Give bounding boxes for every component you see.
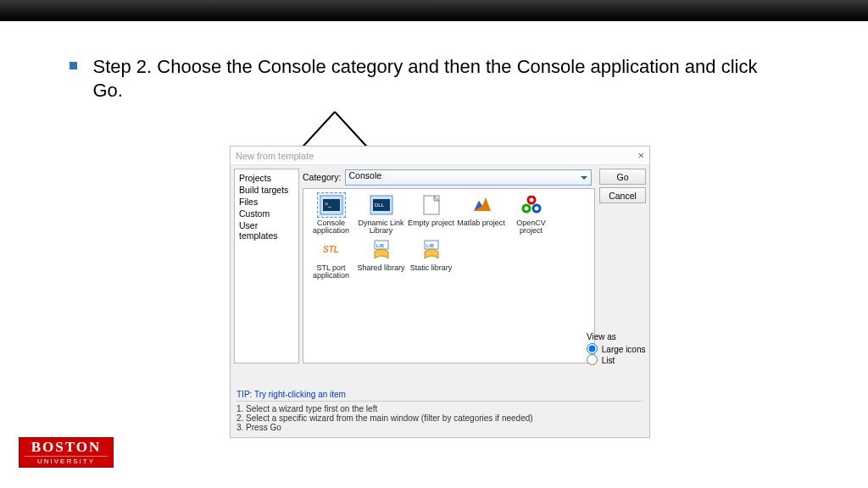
logo-line1: BOSTON (19, 439, 113, 456)
svg-text:DLL: DLL (375, 202, 385, 208)
go-button[interactable]: Go (599, 169, 646, 185)
sidebar-item-user-templates[interactable]: User templates (239, 219, 294, 241)
svg-point-13 (523, 205, 530, 212)
view-as-large-radio[interactable] (587, 343, 598, 354)
template-label: OpenCV project (507, 219, 555, 236)
template-grid: >_Console applicationDLLDynamic Link Lib… (303, 188, 595, 363)
view-as-heading: View as (587, 332, 646, 341)
svg-text:LIB: LIB (376, 243, 384, 248)
logo-line2: UNIVERSITY (25, 456, 108, 465)
footer-step-1: 1. Select a wizard type first on the lef… (236, 404, 643, 413)
dll-icon: DLL (367, 192, 396, 218)
lib-icon: LIB (367, 237, 396, 263)
template-label: Static library (407, 264, 455, 272)
lib-icon: LIB (417, 237, 446, 263)
dialog-footer: TIP: Try right-clicking an item 1. Selec… (236, 390, 643, 432)
template-dll[interactable]: DLLDynamic Link Library (357, 192, 405, 236)
template-lib-6[interactable]: LIBShared library (357, 237, 405, 280)
svg-point-14 (533, 205, 540, 212)
empty-icon (417, 192, 446, 218)
sidebar-item-files[interactable]: Files (239, 196, 294, 208)
svg-point-12 (528, 197, 535, 203)
sidebar-item-projects[interactable]: Projects (239, 172, 294, 184)
view-as-list-radio[interactable] (587, 354, 598, 365)
category-select[interactable]: Console (345, 169, 592, 186)
template-lib-7[interactable]: LIBStatic library (407, 237, 455, 280)
template-label: Shared library (357, 264, 405, 272)
sidebar-item-build-targets[interactable]: Build targets (239, 184, 294, 196)
view-as-list[interactable]: List (587, 354, 646, 365)
dialog-titlebar: New from template × (231, 147, 649, 165)
wizard-sidebar: Projects Build targets Files Custom User… (234, 169, 299, 363)
view-as-panel: View as Large icons List (587, 332, 646, 365)
template-empty[interactable]: Empty project (407, 192, 455, 236)
template-label: Matlab project (457, 219, 505, 227)
template-console[interactable]: >_Console application (307, 192, 355, 236)
opencv-icon (517, 192, 546, 218)
svg-text:>_: >_ (325, 201, 331, 208)
template-matlab[interactable]: Matlab project (457, 192, 505, 236)
matlab-icon (467, 192, 496, 218)
footer-step-3: 3. Press Go (236, 423, 643, 432)
boston-university-logo: BOSTON UNIVERSITY (19, 437, 114, 468)
template-label: STL port application (307, 264, 355, 280)
cancel-button[interactable]: Cancel (599, 187, 646, 203)
slide-topbar (0, 0, 868, 21)
dialog-title: New from template (236, 151, 314, 161)
console-icon: >_ (317, 192, 346, 218)
template-stl[interactable]: STLSTL port application (307, 237, 355, 280)
footer-step-2: 2. Select a specific wizard from the mai… (236, 413, 643, 423)
view-as-large-icons[interactable]: Large icons (587, 343, 646, 354)
category-label: Category: (303, 172, 342, 182)
category-value: Console (349, 170, 382, 180)
close-icon[interactable]: × (637, 149, 644, 162)
new-from-template-dialog: New from template × Go Cancel Projects B… (230, 146, 650, 438)
sidebar-item-custom[interactable]: Custom (239, 208, 294, 219)
svg-text:LIB: LIB (426, 243, 434, 248)
stl-icon: STL (317, 237, 346, 263)
step-text: Step 2. Choose the Console category and … (92, 55, 787, 102)
step-bullet: Step 2. Choose the Console category and … (70, 55, 815, 102)
template-label: Empty project (407, 219, 455, 227)
template-label: Console application (307, 219, 355, 236)
template-opencv[interactable]: OpenCV project (507, 192, 555, 236)
bullet-square-icon (70, 62, 77, 69)
template-label: Dynamic Link Library (357, 219, 405, 236)
tip-text: TIP: Try right-clicking an item (236, 390, 643, 402)
